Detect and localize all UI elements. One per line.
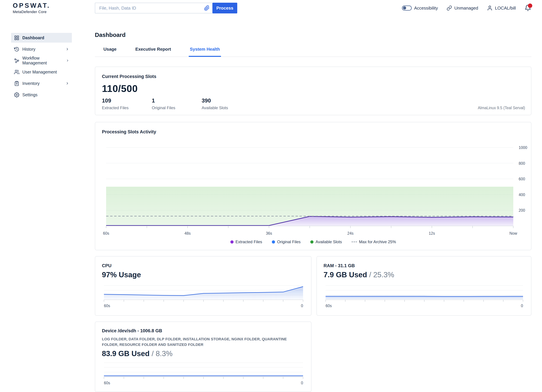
- paperclip-icon[interactable]: [204, 5, 210, 11]
- legend-extracted-files[interactable]: Extracted Files: [230, 239, 262, 244]
- clipboard-icon: [14, 81, 19, 86]
- accessibility-toggle[interactable]: [402, 5, 412, 11]
- svg-text:0: 0: [301, 381, 303, 385]
- sidebar-item-history[interactable]: History: [11, 44, 72, 54]
- disk-folders-description: LOG FOLDER, DATA FOLDER, DLP FOLDER, INS…: [102, 336, 297, 347]
- chevron-right-icon: [65, 81, 69, 85]
- notifications-button[interactable]: [525, 5, 531, 11]
- disk-card-title: Device /dev/sdh - 1006.8 GB: [102, 328, 162, 334]
- ram-usage-percent: / 25.3%: [369, 270, 394, 279]
- history-icon: [14, 47, 19, 52]
- disk-usage-percent: / 8.3%: [152, 350, 173, 358]
- user-menu[interactable]: LOCAL/bill: [487, 5, 516, 11]
- svg-text:24s: 24s: [347, 231, 353, 235]
- legend-dot-purple: [230, 240, 233, 244]
- grid-icon: [14, 35, 19, 40]
- chevron-right-icon: [65, 47, 69, 51]
- page-title: Dashboard: [95, 32, 531, 38]
- toggle-knob: [403, 6, 406, 10]
- svg-text:Now: Now: [509, 231, 517, 235]
- svg-text:800: 800: [519, 161, 525, 165]
- ram-usage-value: 7.9 GB Used / 25.3%: [324, 270, 394, 279]
- accessibility-toggle-group[interactable]: Accessibility: [402, 5, 438, 11]
- legend-available-slots[interactable]: Available Slots: [310, 239, 342, 244]
- user-label: LOCAL/bill: [495, 5, 516, 11]
- svg-text:400: 400: [519, 193, 525, 197]
- disk-card: 60s0 Device /dev/sdh - 1006.8 GB LOG FOL…: [95, 322, 311, 392]
- top-header: OPSWAT. MetaDefender Core Process Access…: [0, 0, 542, 16]
- svg-text:0: 0: [301, 304, 303, 308]
- sidebar-item-workflow-management[interactable]: Workflow Management: [11, 56, 72, 65]
- sidebar-item-label: History: [22, 47, 35, 52]
- processing-slots-activity-card: 200400600800100060s48s36s24s12sNow Proce…: [95, 122, 531, 250]
- chevron-right-icon: [66, 59, 69, 62]
- cpu-chart: 60s0: [95, 256, 312, 316]
- svg-text:60s: 60s: [103, 231, 109, 235]
- sidebar-item-dashboard[interactable]: Dashboard: [11, 33, 72, 42]
- svg-text:12s: 12s: [429, 231, 435, 235]
- svg-text:1000: 1000: [519, 145, 527, 150]
- ram-card-title: RAM - 31.1 GB: [324, 263, 355, 268]
- tab-usage[interactable]: Usage: [103, 47, 118, 57]
- svg-text:36s: 36s: [266, 231, 272, 235]
- dashboard-tabs: Usage Executive Report System Health: [95, 47, 531, 57]
- sidebar-item-label: Workflow Management: [22, 56, 60, 65]
- opswat-logo: OPSWAT. MetaDefender Core: [13, 2, 50, 14]
- main-content: Dashboard Usage Executive Report System …: [95, 16, 531, 392]
- disk-usage-value: 83.9 GB Used / 8.3%: [102, 350, 173, 358]
- slots-activity-chart: 200400600800100060s48s36s24s12sNow: [95, 122, 532, 251]
- logo-title: OPSWAT.: [13, 2, 50, 9]
- legend-original-files[interactable]: Original Files: [272, 239, 301, 244]
- os-version-label: AlmaLinux 9.5 (Teal Serval): [478, 106, 525, 110]
- current-processing-slots-card: Current Processing Slots 110/500 109 Ext…: [95, 67, 531, 115]
- process-button[interactable]: Process: [212, 3, 237, 13]
- activity-card-title: Processing Slots Activity: [102, 129, 156, 134]
- svg-text:60s: 60s: [104, 381, 110, 385]
- link-icon: [447, 5, 452, 11]
- slots-stats: 109 Extracted Files 1 Original Files 390…: [102, 97, 251, 110]
- sidebar-item-label: User Management: [22, 70, 57, 74]
- legend-dot-green: [310, 240, 314, 244]
- legend-dash-marker: [352, 242, 357, 242]
- sidebar-item-user-management[interactable]: User Management: [11, 67, 72, 77]
- slots-card-title: Current Processing Slots: [102, 74, 524, 79]
- sidebar-nav: Dashboard History Workflow Management Us…: [0, 16, 73, 392]
- svg-text:600: 600: [519, 177, 525, 181]
- users-icon: [14, 69, 19, 75]
- process-searchbar: Process: [95, 3, 237, 13]
- legend-max-archive[interactable]: Max for Archive 25%: [352, 239, 396, 244]
- user-icon: [487, 5, 493, 11]
- sidebar-item-label: Inventory: [22, 81, 40, 86]
- cpu-usage-value: 97% Usage: [102, 270, 141, 279]
- sidebar-item-label: Settings: [22, 92, 38, 97]
- cpu-card: 60s0 CPU 97% Usage: [95, 256, 311, 316]
- ram-card: 60s0 RAM - 31.1 GB 7.9 GB Used / 25.3%: [316, 256, 531, 316]
- notification-badge: [528, 4, 532, 8]
- cpu-card-title: CPU: [102, 263, 112, 268]
- legend-dot-blue: [272, 240, 275, 244]
- svg-text:60s: 60s: [325, 304, 332, 308]
- workflow-icon: [14, 58, 19, 63]
- sidebar-item-inventory[interactable]: Inventory: [11, 79, 72, 88]
- logo-subtitle: MetaDefender Core: [13, 10, 50, 14]
- sidebar-item-label: Dashboard: [22, 35, 44, 40]
- tab-executive-report[interactable]: Executive Report: [134, 47, 172, 57]
- search-input[interactable]: [95, 3, 212, 13]
- svg-text:60s: 60s: [104, 304, 110, 308]
- chart-legend: Extracted Files Original Files Available…: [95, 239, 531, 244]
- stat-available-slots: 390 Available Slots: [202, 97, 251, 110]
- unmanaged-label: Unmanaged: [454, 5, 478, 11]
- stat-original-files: 1 Original Files: [152, 97, 202, 110]
- tab-system-health[interactable]: System Health: [189, 47, 221, 57]
- stat-extracted-files: 109 Extracted Files: [102, 97, 152, 110]
- accessibility-label: Accessibility: [414, 5, 438, 11]
- sidebar-item-settings[interactable]: Settings: [11, 90, 72, 100]
- unmanaged-link[interactable]: Unmanaged: [447, 5, 478, 11]
- gear-icon: [14, 92, 19, 97]
- svg-text:0: 0: [521, 304, 523, 308]
- svg-text:200: 200: [519, 208, 525, 212]
- header-actions: Accessibility Unmanaged LOCAL/bill: [402, 0, 531, 16]
- svg-text:48s: 48s: [184, 231, 190, 235]
- slots-value: 110/500: [102, 83, 524, 94]
